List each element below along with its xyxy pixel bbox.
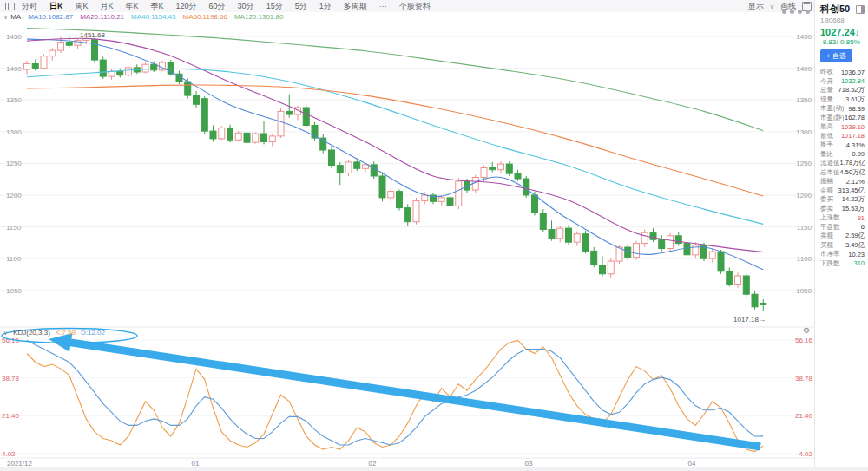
annotation-arrow[interactable] bbox=[49, 333, 761, 450]
stock-name: 科创50 bbox=[820, 3, 850, 16]
chart-dot-button[interactable] bbox=[798, 10, 802, 14]
stat-label: 最高 bbox=[820, 122, 833, 131]
chevron-down-icon[interactable]: ∨ bbox=[770, 3, 774, 10]
layout-panel-icon[interactable] bbox=[5, 3, 15, 10]
tab-5分[interactable]: 5分 bbox=[295, 1, 307, 12]
stat-label: 委卖 bbox=[820, 205, 833, 213]
period-tabs: 分时日K周K月K年K季K120分60分30分15分5分1分多周期···个股资料 bbox=[22, 1, 431, 12]
kdj-title[interactable]: KDJ(20,3,3) bbox=[13, 329, 50, 337]
tab-多周期[interactable]: 多周期 bbox=[344, 1, 367, 12]
tab-周K[interactable]: 周K bbox=[76, 1, 89, 12]
candles bbox=[24, 36, 766, 311]
svg-text:4.02: 4.02 bbox=[799, 450, 812, 458]
tab-60分[interactable]: 60分 bbox=[209, 1, 226, 12]
quote-stat-row: 振幅2.12% bbox=[815, 177, 868, 186]
stat-value: 1039.10 bbox=[841, 123, 865, 131]
quote-stat-row: 卖额2.59亿 bbox=[815, 232, 868, 241]
svg-text:1200: 1200 bbox=[6, 192, 22, 200]
chart-dot-button[interactable] bbox=[806, 10, 810, 14]
svg-text:1300: 1300 bbox=[796, 128, 812, 136]
stat-label: 上涨数 bbox=[820, 213, 840, 222]
stat-label: 今开 bbox=[820, 77, 833, 86]
svg-text:1350: 1350 bbox=[796, 96, 812, 104]
quote-stat-row: 流通值1.78万亿 bbox=[815, 159, 868, 168]
svg-text:1050: 1050 bbox=[796, 287, 812, 295]
svg-text:38.78: 38.78 bbox=[795, 375, 813, 383]
chevron-down-icon[interactable]: ∨ bbox=[3, 330, 8, 336]
tab-月K[interactable]: 月K bbox=[101, 1, 114, 12]
quote-stats: 昨收1036.07今开1032.84总量718.52万现量3.61万市盈(动)9… bbox=[815, 68, 868, 268]
stat-label: 昨收 bbox=[820, 68, 833, 76]
stat-label: 现量 bbox=[820, 95, 833, 104]
chart-dot-button[interactable] bbox=[790, 10, 794, 14]
quote-stat-row: 买额3.49亿 bbox=[815, 241, 868, 251]
svg-text:1300: 1300 bbox=[6, 128, 22, 136]
svg-text:4.02: 4.02 bbox=[2, 450, 16, 458]
stat-value: 0.99 bbox=[852, 150, 865, 158]
stat-value: 4.50万亿 bbox=[840, 168, 866, 177]
period-toolbar: 分时日K周K月K年K季K120分60分30分15分5分1分多周期···个股资料 … bbox=[0, 0, 814, 13]
svg-text:21.40: 21.40 bbox=[2, 412, 20, 420]
svg-text:21.40: 21.40 bbox=[795, 412, 813, 420]
ma-value-MA10: MA10:1082.87 bbox=[28, 13, 73, 21]
stat-label: 换手 bbox=[820, 141, 833, 149]
last-price: 1027.24↓ bbox=[820, 27, 865, 37]
add-watchlist-button[interactable]: + 自选 bbox=[820, 49, 852, 62]
ma-value-MA20: MA20:1110.21 bbox=[80, 13, 124, 21]
svg-text:1450: 1450 bbox=[6, 33, 22, 41]
quote-stat-row: 换手4.31% bbox=[815, 141, 868, 150]
stat-value: 3.49亿 bbox=[845, 241, 865, 250]
stat-value: 2.12% bbox=[846, 178, 865, 186]
stat-value: 718.52万 bbox=[838, 86, 865, 95]
quote-stat-row: 委买14.22万 bbox=[815, 195, 868, 205]
ma-group-label: MA bbox=[10, 13, 21, 21]
chart-dot-button[interactable] bbox=[782, 10, 786, 14]
ma-group-toggle[interactable]: ∨ MA bbox=[3, 13, 21, 21]
quote-stat-row: 平盘数6 bbox=[815, 223, 868, 232]
gear-icon[interactable]: ⚙ bbox=[803, 327, 810, 335]
chart-control-dots bbox=[782, 10, 810, 14]
chart-canvas[interactable]: 1450145014001400135013501300130012501250… bbox=[0, 0, 814, 471]
kdj-header: ∨ KDJ(20,3,3) K:7.59 D:12.02 bbox=[3, 329, 105, 337]
quote-stat-row: 最低1017.18 bbox=[815, 132, 868, 141]
svg-text:1400: 1400 bbox=[796, 65, 812, 73]
ma120-line bbox=[27, 29, 763, 131]
display-menu[interactable]: 显示 bbox=[748, 1, 764, 12]
tab-30分[interactable]: 30分 bbox=[238, 1, 254, 12]
svg-text:1450: 1450 bbox=[796, 33, 812, 41]
tab-···[interactable]: ··· bbox=[379, 2, 387, 10]
stat-value: 14.22万 bbox=[842, 195, 865, 204]
stat-value: 313.45亿 bbox=[838, 186, 865, 195]
quote-sidebar: 科创50 1B0688 1027.24↓ -8.83/-0.85% + 自选 昨… bbox=[814, 0, 868, 471]
quote-stat-row: 市盈(动)98.39 bbox=[815, 104, 868, 114]
kdj-d-value: D:12.02 bbox=[81, 329, 105, 337]
collapse-sidebar-icon[interactable] bbox=[856, 5, 865, 14]
stat-value: 1017.18 bbox=[841, 132, 865, 140]
stat-value: 91 bbox=[858, 214, 865, 222]
svg-text:56.16: 56.16 bbox=[795, 337, 813, 344]
tab-日K[interactable]: 日K bbox=[49, 1, 63, 12]
tab-个股资料[interactable]: 个股资料 bbox=[399, 1, 431, 12]
kdj-k-line bbox=[27, 340, 763, 451]
chevron-down-icon: ∨ bbox=[3, 14, 8, 20]
stat-label: 市盈(静) bbox=[820, 114, 845, 122]
stat-value: 3.61万 bbox=[845, 95, 865, 104]
quote-stat-row: 金额313.45亿 bbox=[815, 186, 868, 196]
stat-label: 流通值 bbox=[820, 159, 840, 167]
stat-value: 2.59亿 bbox=[845, 232, 865, 240]
tab-分时[interactable]: 分时 bbox=[22, 1, 37, 12]
tab-15分[interactable]: 15分 bbox=[266, 1, 283, 12]
stat-label: 量比 bbox=[820, 150, 833, 159]
tab-年K[interactable]: 年K bbox=[126, 1, 139, 12]
kdj-k-value: K:7.59 bbox=[56, 329, 76, 337]
quote-stat-row: 委卖15.53万 bbox=[815, 205, 868, 214]
stat-label: 市盈(动) bbox=[820, 104, 845, 113]
quote-stat-row: 昨收1036.07 bbox=[815, 68, 868, 77]
stat-label: 总市值 bbox=[820, 168, 840, 177]
tab-120分[interactable]: 120分 bbox=[176, 1, 197, 12]
tab-1分[interactable]: 1分 bbox=[319, 1, 332, 12]
price-change: -8.83/-0.85% bbox=[820, 38, 865, 46]
stat-value: 1032.84 bbox=[841, 77, 865, 85]
tab-季K[interactable]: 季K bbox=[151, 1, 164, 12]
stat-label: 委买 bbox=[820, 195, 833, 204]
